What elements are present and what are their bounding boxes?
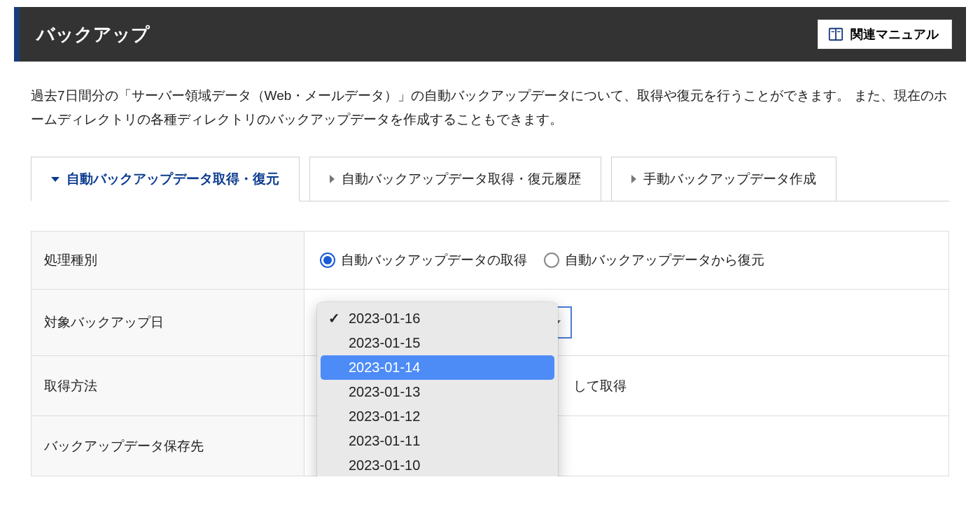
manual-button[interactable]: 関連マニュアル — [818, 20, 952, 49]
tab-label: 手動バックアップデータ作成 — [643, 170, 816, 188]
method-value-fragment: して取得 — [573, 378, 626, 393]
dropdown-option[interactable]: ✓2023-01-16 — [321, 306, 554, 331]
backup-date-dropdown: ✓2023-01-162023-01-152023-01-142023-01-1… — [317, 302, 558, 476]
dropdown-option[interactable]: 2023-01-14 — [321, 355, 554, 380]
radio-option-get[interactable]: 自動バックアップデータの取得 — [320, 251, 527, 269]
dropdown-option[interactable]: 2023-01-12 — [321, 404, 554, 429]
content: 過去7日間分の「サーバー領域データ（Web・メールデータ）」の自動バックアップデ… — [0, 62, 980, 476]
page-description: 過去7日間分の「サーバー領域データ（Web・メールデータ）」の自動バックアップデ… — [31, 84, 949, 131]
check-icon: ✓ — [328, 310, 340, 327]
chevron-right-icon — [330, 175, 335, 183]
dropdown-option-label: 2023-01-13 — [349, 384, 420, 400]
tab-auto-backup[interactable]: 自動バックアップデータ取得・復元 — [31, 157, 300, 201]
tab-label: 自動バックアップデータ取得・復元 — [66, 170, 279, 188]
radio-label: 自動バックアップデータの取得 — [341, 251, 527, 269]
page-title: バックアップ — [20, 22, 150, 47]
dropdown-option-label: 2023-01-15 — [349, 335, 420, 351]
radio-group-process-type: 自動バックアップデータの取得 自動バックアップデータから復元 — [320, 251, 933, 269]
tab-label: 自動バックアップデータ取得・復元履歴 — [342, 170, 581, 188]
dropdown-option-label: 2023-01-12 — [349, 408, 420, 425]
dropdown-option[interactable]: 2023-01-11 — [321, 429, 554, 453]
row-value-process-type: 自動バックアップデータの取得 自動バックアップデータから復元 — [304, 232, 949, 290]
dropdown-option[interactable]: 2023-01-13 — [321, 380, 554, 404]
row-label-backup-date: 対象バックアップ日 — [31, 290, 304, 356]
tabs: 自動バックアップデータ取得・復元 自動バックアップデータ取得・復元履歴 手動バッ… — [31, 157, 949, 201]
book-icon — [828, 27, 844, 42]
tab-manual-backup[interactable]: 手動バックアップデータ作成 — [611, 157, 836, 201]
row-label-method: 取得方法 — [31, 356, 304, 416]
radio-checked-icon — [320, 253, 335, 268]
dropdown-option-label: 2023-01-16 — [349, 311, 420, 327]
table-row: 処理種別 自動バックアップデータの取得 自動バックアップデータから復元 — [31, 232, 949, 290]
dropdown-option-label: 2023-01-10 — [349, 457, 420, 474]
table-row: 対象バックアップ日 ✓2023-01-162023-01-152023-01-1… — [31, 290, 949, 356]
row-label-destination: バックアップデータ保存先 — [31, 416, 304, 476]
radio-unchecked-icon — [544, 253, 559, 268]
dropdown-option[interactable]: 2023-01-15 — [321, 331, 554, 355]
dropdown-option-label: 2023-01-11 — [349, 433, 420, 449]
dropdown-option-label: 2023-01-14 — [349, 360, 420, 376]
radio-option-restore[interactable]: 自動バックアップデータから復元 — [544, 251, 764, 269]
radio-label: 自動バックアップデータから復元 — [565, 251, 764, 269]
dropdown-option[interactable]: 2023-01-10 — [321, 453, 554, 476]
row-label-process-type: 処理種別 — [31, 232, 304, 290]
manual-button-label: 関連マニュアル — [850, 26, 939, 43]
form-table: 処理種別 自動バックアップデータの取得 自動バックアップデータから復元 対象バッ… — [31, 231, 949, 476]
tab-auto-backup-history[interactable]: 自動バックアップデータ取得・復元履歴 — [309, 157, 601, 201]
chevron-right-icon — [631, 175, 636, 183]
row-value-backup-date: ✓2023-01-162023-01-152023-01-142023-01-1… — [304, 290, 949, 356]
chevron-down-icon — [51, 177, 59, 182]
page-header: バックアップ 関連マニュアル — [14, 7, 966, 62]
